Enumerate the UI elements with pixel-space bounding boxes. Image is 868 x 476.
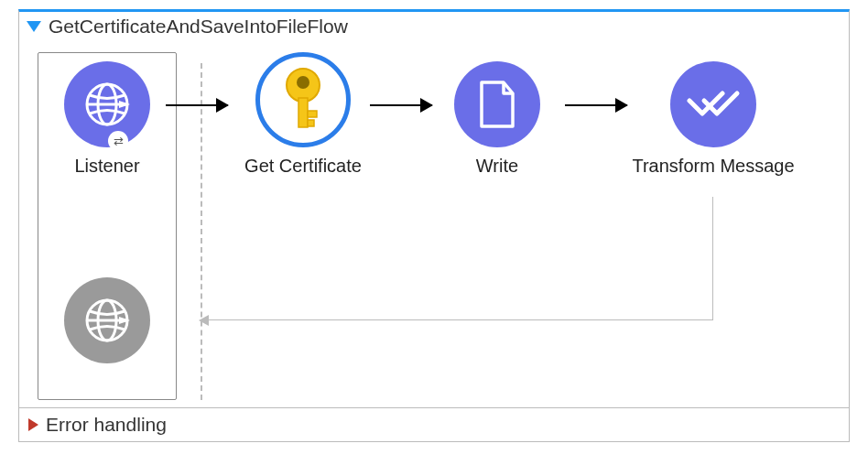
arrow-2 bbox=[370, 104, 432, 106]
error-handling-header[interactable]: Error handling bbox=[19, 408, 849, 441]
arrow-3 bbox=[565, 104, 627, 106]
transform-label: Transform Message bbox=[631, 155, 796, 177]
get-certificate-node[interactable]: Get Certificate bbox=[225, 57, 381, 177]
get-certificate-label: Get Certificate bbox=[225, 155, 381, 177]
write-label: Write bbox=[433, 155, 561, 177]
write-node[interactable]: Write bbox=[433, 61, 561, 177]
flow-panel: GetCertificateAndSaveIntoFileFlow ⇄ bbox=[18, 9, 850, 442]
file-icon bbox=[454, 61, 540, 147]
expand-icon[interactable] bbox=[27, 21, 41, 32]
response-node[interactable] bbox=[43, 277, 171, 363]
svg-rect-8 bbox=[308, 120, 314, 126]
source-divider bbox=[201, 63, 202, 400]
flow-section: GetCertificateAndSaveIntoFileFlow ⇄ bbox=[19, 12, 849, 408]
svg-rect-7 bbox=[308, 111, 317, 117]
collapse-icon[interactable] bbox=[28, 418, 38, 431]
transform-icon bbox=[670, 61, 756, 147]
error-title: Error handling bbox=[46, 414, 167, 436]
exchange-badge-icon: ⇄ bbox=[108, 131, 128, 151]
flow-header[interactable]: GetCertificateAndSaveIntoFileFlow bbox=[19, 12, 849, 41]
return-arrow-icon bbox=[199, 315, 209, 326]
http-response-icon bbox=[64, 277, 150, 363]
http-listener-icon: ⇄ bbox=[64, 61, 150, 147]
arrow-1 bbox=[166, 104, 228, 106]
listener-node[interactable]: ⇄ Listener bbox=[43, 61, 171, 177]
transform-message-node[interactable]: Transform Message bbox=[631, 61, 796, 177]
listener-label: Listener bbox=[43, 155, 171, 177]
flow-canvas[interactable]: ⇄ Listener Get Certificate bbox=[19, 41, 849, 407]
key-ring-icon bbox=[255, 52, 351, 147]
flow-title: GetCertificateAndSaveIntoFileFlow bbox=[49, 16, 348, 38]
svg-rect-6 bbox=[298, 98, 308, 127]
return-connector bbox=[207, 197, 713, 320]
svg-point-5 bbox=[297, 76, 309, 89]
